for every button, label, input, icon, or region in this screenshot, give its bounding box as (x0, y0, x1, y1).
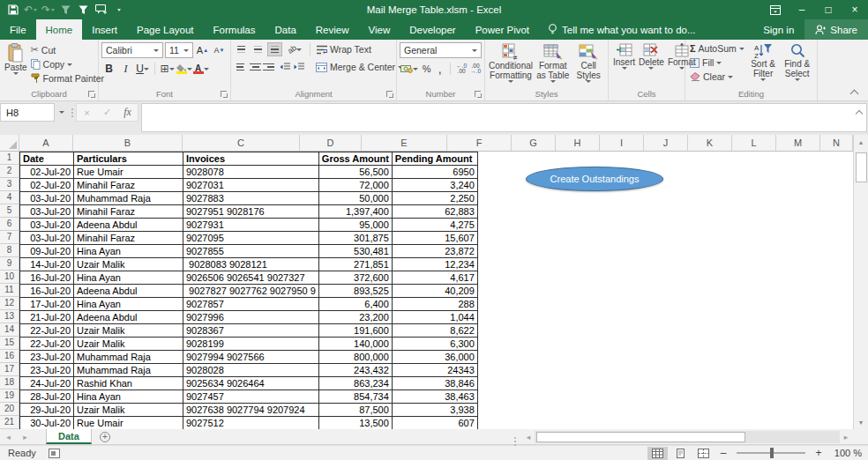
minimize-button[interactable]: – (789, 0, 815, 19)
align-center-button[interactable] (249, 60, 262, 74)
cell[interactable]: Rashid Khan (74, 377, 183, 390)
cell[interactable]: 9028083 9028121 (183, 258, 319, 271)
cell[interactable]: 530,481 (318, 245, 392, 258)
clipboard-dialog-launcher[interactable] (88, 91, 96, 99)
cell[interactable]: Uzair Malik (74, 404, 183, 417)
font-color-button[interactable]: A (193, 62, 208, 76)
horizontal-scrollbar[interactable]: ◂ ▸ (522, 430, 852, 444)
select-all-corner[interactable] (0, 135, 19, 151)
row-header-21[interactable]: 21 (0, 416, 19, 429)
vertical-scroll-thumb[interactable] (856, 152, 867, 182)
increase-indent-button[interactable] (293, 60, 305, 74)
cell[interactable]: 17-Jul-20 (20, 298, 74, 311)
middle-align-button[interactable] (251, 42, 266, 56)
cell[interactable]: 95,000 (318, 219, 392, 232)
cell[interactable]: 9027827 9027762 9027950 9 (183, 285, 319, 298)
conditional-formatting-button[interactable]: ≠ Conditional Formatting (488, 41, 534, 88)
row-header-6[interactable]: 6 (0, 218, 19, 231)
cell[interactable]: Uzair Malik (74, 324, 183, 338)
cell[interactable]: 16-Jul-20 (20, 271, 74, 285)
row-header-9[interactable]: 9 (0, 257, 19, 271)
cell[interactable]: 9026506 9026541 9027327 (183, 271, 319, 285)
paste-button[interactable]: Paste (3, 41, 29, 88)
share-button[interactable]: Share (804, 19, 868, 40)
cell[interactable]: 24-Jul-20 (20, 377, 74, 390)
cell[interactable]: 4,617 (392, 271, 477, 285)
number-format-select[interactable]: General (400, 42, 482, 58)
name-box[interactable]: H8 (0, 103, 55, 122)
cell[interactable]: 03-Jul-20 (20, 192, 74, 205)
row-header-10[interactable]: 10 (0, 271, 19, 284)
row-header-13[interactable]: 13 (0, 310, 19, 323)
cell[interactable]: 21-Jul-20 (20, 311, 74, 324)
next-sheet-icon[interactable]: ▸ (17, 429, 34, 444)
format-as-table-button[interactable]: Format as Table (534, 41, 572, 88)
cell[interactable]: 140,000 (318, 338, 392, 351)
cell[interactable]: Adeena Abdul (74, 285, 183, 298)
cell[interactable]: 23,872 (392, 245, 477, 258)
cell[interactable]: Muhammad Raja (74, 364, 183, 377)
ribbon-tab-developer[interactable]: Developer (400, 19, 465, 40)
cell[interactable]: 4,275 (392, 219, 477, 232)
number-dialog-launcher[interactable] (475, 91, 483, 99)
cell[interactable]: 9027512 (183, 417, 319, 430)
row-header-19[interactable]: 19 (0, 390, 19, 403)
fill-button[interactable]: ↓ Fill (688, 56, 746, 69)
normal-view-button[interactable] (647, 447, 668, 460)
ribbon-display-options-icon[interactable] (762, 0, 789, 19)
column-header-d[interactable]: D (300, 135, 362, 151)
cell[interactable]: 40,209 (392, 285, 477, 298)
cell[interactable]: 87,500 (318, 404, 392, 417)
cell[interactable]: Hina Ayan (74, 390, 183, 404)
table-header-cell[interactable]: Invoices (183, 152, 319, 166)
zoom-slider[interactable] (737, 452, 805, 454)
cell[interactable]: 02-Jul-20 (20, 179, 74, 192)
cell[interactable]: 3,938 (392, 404, 477, 417)
row-header-3[interactable]: 3 (0, 178, 19, 191)
ribbon-tab-file[interactable]: File (0, 19, 36, 40)
row-header-20[interactable]: 20 (0, 403, 19, 416)
table-header-cell[interactable]: Gross Amount (318, 152, 392, 166)
ribbon-tab-view[interactable]: View (359, 19, 400, 40)
cell[interactable]: 9027457 (183, 390, 319, 404)
cell[interactable]: 854,734 (318, 390, 392, 404)
cell[interactable]: 12,234 (392, 258, 477, 271)
cell[interactable]: 14-Jul-20 (20, 258, 74, 271)
cell[interactable]: 9027951 9028176 (183, 205, 319, 219)
new-comment-icon[interactable] (93, 2, 109, 18)
cell[interactable]: Rue Umair (74, 417, 183, 430)
page-layout-view-button[interactable] (670, 447, 691, 460)
font-dialog-launcher[interactable] (221, 91, 228, 99)
zoom-level[interactable]: 100 % (828, 448, 862, 458)
cell[interactable]: Muhammad Raja (74, 192, 183, 205)
redo-icon[interactable]: ↷ (40, 2, 56, 18)
new-sheet-button[interactable]: + (92, 429, 118, 444)
cell[interactable]: Uzair Malik (74, 338, 183, 351)
cell[interactable]: Minahil Faraz (74, 232, 183, 245)
cell[interactable]: 36,000 (392, 351, 477, 364)
scroll-down-icon[interactable]: ▼ (854, 415, 868, 429)
row-header-11[interactable]: 11 (0, 284, 19, 297)
cell[interactable]: 9027031 (183, 179, 319, 192)
sheet-tab-data[interactable]: Data (46, 429, 92, 444)
close-button[interactable]: × (842, 0, 868, 19)
row-header-8[interactable]: 8 (0, 244, 19, 257)
customize-qat-icon[interactable] (110, 2, 127, 18)
merge-center-button[interactable]: Merge & Center (314, 61, 405, 73)
ribbon-tab-page-layout[interactable]: Page Layout (127, 19, 204, 40)
cell[interactable]: 9028367 (183, 324, 319, 338)
cell[interactable]: 288 (392, 298, 477, 311)
cell[interactable]: Hina Ayan (74, 271, 183, 285)
column-header-n[interactable]: N (820, 135, 853, 151)
cell[interactable]: 50,000 (318, 192, 392, 205)
cell[interactable]: 23-Jul-20 (20, 351, 74, 364)
tell-me-box[interactable]: Tell me what you want to do... (539, 19, 705, 40)
cell[interactable]: 16-Jul-20 (20, 285, 74, 298)
column-header-h[interactable]: H (556, 135, 600, 151)
row-header-2[interactable]: 2 (0, 165, 19, 178)
ribbon-tab-home[interactable]: Home (36, 19, 83, 40)
cell[interactable]: 863,234 (318, 377, 392, 390)
cell[interactable]: 607 (392, 417, 477, 430)
cell[interactable]: Muhammad Raja (74, 351, 183, 364)
row-header-17[interactable]: 17 (0, 363, 19, 376)
